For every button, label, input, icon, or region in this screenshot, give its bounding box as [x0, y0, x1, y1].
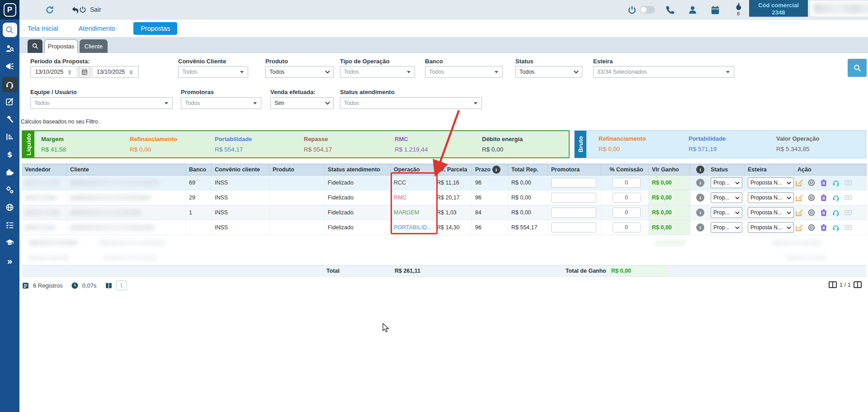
sidebar-item-edit[interactable] — [0, 93, 19, 111]
headset-action-icon[interactable] — [832, 179, 840, 187]
search-icon — [32, 43, 39, 50]
row-esteira-select[interactable]: Proposta N... — [748, 207, 794, 218]
row-esteira-select[interactable]: Proposta N... — [748, 177, 794, 188]
sidebar-item-user-search[interactable] — [0, 40, 19, 58]
total-ganho-value: R$ 0,00 — [611, 268, 631, 274]
prazo-info-icon[interactable]: i — [492, 166, 500, 174]
first-page-icon[interactable] — [829, 281, 837, 288]
delete-action-icon[interactable] — [820, 223, 828, 232]
promotora-input[interactable] — [551, 223, 596, 232]
nav-tab-tela-inicial[interactable]: Tela Inicial — [28, 25, 58, 32]
notifications-flame[interactable]: 8 — [733, 2, 744, 16]
sidebar-item-atendimento[interactable] — [0, 76, 19, 93]
nav-tab-propostas[interactable]: Propostas — [133, 22, 177, 35]
col-acao: Ação — [794, 164, 867, 175]
info-icon[interactable]: i — [696, 166, 704, 174]
promotoras-select[interactable]: Todos — [181, 97, 261, 109]
tipo-operacao-label: Tipo de Operação — [340, 58, 390, 65]
equipe-usuario-select[interactable]: Todos — [30, 97, 173, 109]
subtab-propostas[interactable]: Propostas — [44, 39, 78, 53]
tipo-operacao-select[interactable]: Todos — [340, 66, 415, 78]
nav-tab-atendimento[interactable]: Atendimento — [79, 25, 115, 32]
edit-action-icon[interactable] — [795, 223, 803, 232]
last-page-icon[interactable] — [854, 281, 862, 288]
banco-select[interactable]: Todos — [425, 66, 503, 78]
edit-action-icon[interactable] — [795, 179, 803, 187]
delete-action-icon[interactable] — [820, 194, 828, 202]
headset-action-icon[interactable] — [832, 194, 840, 202]
comissao-input[interactable] — [613, 208, 641, 218]
sidebar-item-settings[interactable] — [0, 181, 19, 199]
status-toggle[interactable] — [640, 6, 655, 14]
row-status-select[interactable]: Prop... — [711, 192, 742, 203]
sidebar-item-web[interactable] — [0, 199, 19, 217]
sidebar-item-reports[interactable] — [0, 128, 19, 146]
comissao-input[interactable] — [613, 193, 641, 203]
edit-action-icon[interactable] — [795, 208, 803, 217]
calendar-icon[interactable] — [710, 5, 720, 15]
row-info-icon[interactable]: i — [696, 208, 704, 217]
edit-icon — [5, 97, 14, 108]
row-status-select[interactable]: Prop... — [711, 177, 742, 188]
refresh-icon[interactable] — [45, 5, 55, 15]
venda-efetuada-select[interactable]: Sim — [270, 97, 334, 109]
history-action-icon[interactable] — [807, 223, 816, 232]
row-info-icon[interactable]: i — [696, 194, 704, 202]
sidebar-item-expand[interactable]: » — [0, 252, 19, 270]
convenio-cliente-select[interactable]: Todos — [178, 66, 248, 78]
status-select[interactable]: Todos — [515, 66, 582, 78]
app-logo[interactable]: P — [0, 0, 19, 19]
sidebar-item-checklist[interactable] — [0, 217, 19, 234]
columns-icon[interactable] — [105, 282, 113, 289]
row-status-select[interactable]: Prop... — [711, 222, 742, 233]
comissao-input[interactable] — [613, 223, 641, 232]
logout-button[interactable]: Sair — [79, 5, 101, 14]
clear-date-icon[interactable] — [128, 69, 134, 75]
sidebar-item-search[interactable] — [0, 19, 19, 40]
sidebar-item-integrations[interactable] — [0, 164, 19, 181]
subtab-cliente[interactable]: Cliente — [80, 39, 108, 53]
summary-margem: Margem R$ 41,58 — [41, 136, 66, 153]
edit-action-icon[interactable] — [795, 194, 803, 202]
history-action-icon[interactable] — [807, 208, 816, 217]
date-to-input[interactable]: 13/10/2025 — [92, 66, 139, 78]
status-atendimento-select[interactable]: Todos — [340, 97, 482, 109]
produto-select[interactable]: Todos — [265, 66, 334, 78]
sidebar-item-megaphone[interactable] — [0, 58, 19, 76]
history-action-icon[interactable] — [807, 179, 816, 187]
power-toggle-icon[interactable] — [627, 5, 637, 15]
user-search-icon — [5, 44, 14, 55]
promotora-input[interactable] — [551, 193, 596, 203]
subtab-search-button[interactable] — [28, 39, 42, 53]
user-menu[interactable] — [810, 1, 868, 16]
delete-action-icon[interactable] — [820, 208, 828, 217]
delete-action-icon[interactable] — [820, 179, 828, 187]
esteira-select[interactable]: 33/34 Selecionados — [593, 66, 734, 78]
logout-label: Sair — [90, 6, 101, 13]
table-totals-row: Total R$ 261,11 Total de Ganho R$ 0,00 — [22, 265, 867, 277]
row-esteira-select[interactable]: Proposta N... — [748, 192, 794, 203]
user-icon[interactable] — [688, 5, 698, 15]
summary-repasse: Repasse R$ 554,17 — [304, 136, 332, 153]
col-esteira: Esteira — [745, 164, 794, 175]
headset-action-icon[interactable] — [832, 208, 840, 217]
sidebar-item-training[interactable] — [0, 234, 19, 252]
col-prazo: Prazo i — [472, 164, 508, 175]
phone-icon[interactable] — [665, 5, 675, 15]
calendar-picker-button[interactable] — [79, 66, 90, 78]
sidebar-item-hammer[interactable] — [0, 111, 19, 128]
promotora-input[interactable] — [551, 178, 596, 188]
clear-date-icon[interactable] — [67, 69, 72, 75]
date-from-input[interactable]: 13/10/2025 — [30, 66, 77, 78]
row-esteira-select[interactable]: Proposta N... — [748, 222, 794, 233]
row-status-select[interactable]: Prop... — [711, 207, 742, 218]
row-info-icon[interactable]: i — [696, 179, 704, 187]
headset-action-icon[interactable] — [832, 223, 840, 232]
promotora-input[interactable] — [551, 208, 596, 218]
row-info-icon[interactable]: i — [696, 223, 704, 232]
filter-search-button[interactable] — [848, 59, 867, 77]
history-action-icon[interactable] — [807, 194, 816, 202]
page-number-box[interactable]: 1 — [116, 280, 127, 290]
comissao-input[interactable] — [613, 178, 641, 188]
sidebar-item-financial[interactable]: $ — [0, 146, 19, 164]
